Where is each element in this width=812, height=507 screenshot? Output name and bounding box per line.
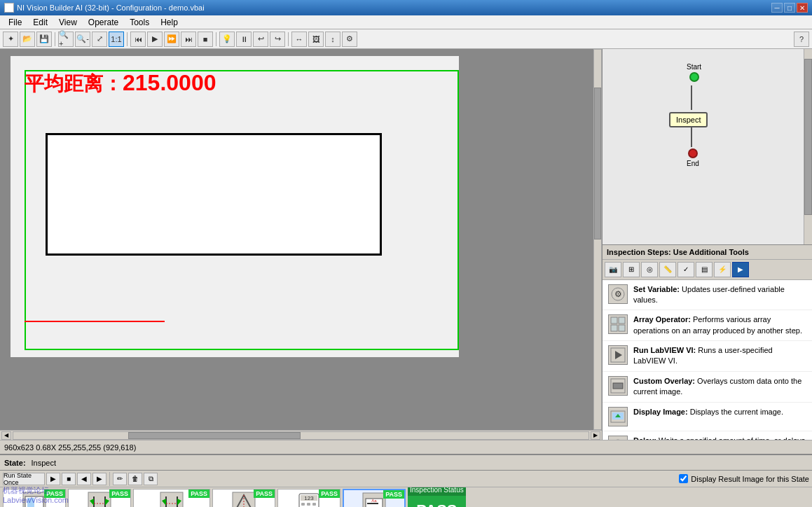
workflow-play-button[interactable]: ▶ <box>46 473 60 485</box>
title-bar: NI NI Vision Builder AI (32-bit) - Confi… <box>0 0 812 15</box>
tools-section: Inspection Steps: Use Additional Tools 📷… <box>603 245 812 440</box>
minimize-button[interactable]: ─ <box>771 3 783 13</box>
display-result-checkbox[interactable] <box>679 474 688 483</box>
v-scroll-thumb[interactable] <box>594 88 601 239</box>
tool-item-display-image[interactable]: Display Image: Displays the current imag… <box>603 403 812 431</box>
scroll-left-button[interactable]: ◀ <box>1 431 11 440</box>
step-find-edge[interactable]: PASS Find Straight Edge 1 Distance = 146… <box>68 489 131 507</box>
menu-bar: File Edit View Operate Tools Help <box>0 15 812 29</box>
zoom-in-button[interactable]: 🔍+ <box>58 32 74 47</box>
svg-text:⚙: ⚙ <box>614 289 622 299</box>
vertical-scrollbar[interactable] <box>593 49 602 430</box>
flip-v-button[interactable]: ↕ <box>325 32 340 47</box>
horizontal-scrollbar[interactable]: ◀ ▶ <box>0 430 602 440</box>
tool-item-run-labview[interactable]: Run LabVIEW VI: Runs a user-specified La… <box>603 341 812 372</box>
menu-help[interactable]: Help <box>155 16 184 29</box>
step-copy-edge[interactable]: PASS Copy of Find Straight Edge 1 Distan… <box>133 489 210 507</box>
separator-1 <box>55 32 55 46</box>
flow-v-scrollbar[interactable] <box>804 49 812 244</box>
flow-diagram-area: Start Inspect End <box>603 49 812 245</box>
tool-item-set-variable[interactable]: ⚙ Set Variable: Updates user-defined var… <box>603 280 812 311</box>
run-state-once-button[interactable]: Run State Once <box>3 473 45 485</box>
undo-button[interactable]: ↩ <box>253 32 268 47</box>
menu-tools[interactable]: Tools <box>124 16 155 29</box>
svg-rect-46 <box>367 503 378 504</box>
step-pass-find-edge: PASS <box>109 489 130 498</box>
stop-button[interactable]: ■ <box>198 32 213 47</box>
pause-button[interactable]: ⏸ <box>236 32 252 47</box>
step-pass-geometry: PASS <box>254 489 275 498</box>
run-once-button[interactable]: ⏭ <box>181 32 196 47</box>
tool-ruler[interactable]: 📏 <box>659 262 676 277</box>
tool-network[interactable]: ⚡ <box>714 262 731 277</box>
close-button[interactable]: ✕ <box>797 3 808 13</box>
workflow-stop-button[interactable]: ■ <box>62 473 76 485</box>
menu-edit[interactable]: Edit <box>27 16 53 29</box>
status-bar: 960x623 0.68X 255,255,255 (929,618) <box>0 440 812 454</box>
separator-3 <box>216 32 216 46</box>
inspection-status-title: Inspection Status <box>408 487 466 496</box>
tools-toolbar: 📷 ⊞ ◎ 📏 ✓ ▤ ⚡ ▶ <box>603 260 812 280</box>
menu-view[interactable]: View <box>53 16 83 29</box>
step-geometry[interactable]: PASS Geometry 1 X position = 73.00 <box>212 489 275 507</box>
step-back-button[interactable]: ▶ <box>147 32 163 47</box>
scroll-right-button[interactable]: ▶ <box>591 431 600 440</box>
new-button[interactable]: ✦ <box>3 32 18 47</box>
h-scroll-thumb[interactable] <box>128 432 301 439</box>
step-calculator[interactable]: PASS 123 Calculator 1 平均距离 = 215 <box>277 489 340 507</box>
flow-node-end: End <box>687 148 699 167</box>
inspection-rect <box>46 133 382 256</box>
help-button[interactable]: ? <box>794 32 809 47</box>
tool-barcode[interactable]: ▤ <box>696 262 713 277</box>
set-variable-desc: Set Variable: Updates user-defined varia… <box>633 284 806 306</box>
zoom-fit-button[interactable]: ⤢ <box>92 32 107 47</box>
tool-target[interactable]: ◎ <box>641 262 658 277</box>
svg-rect-4 <box>611 325 617 331</box>
workflow-edit-button[interactable]: ✏ <box>113 473 127 485</box>
zoom-out-button[interactable]: 🔍- <box>75 32 90 47</box>
step-icon-copy-edge <box>158 491 186 507</box>
step-forward-button[interactable]: ⏩ <box>164 32 179 47</box>
red-measurement-line <box>25 321 165 322</box>
step-read-image[interactable]: PASS Read Image File 1 新建仿真图像 bmp <box>3 489 66 507</box>
menu-operate[interactable]: Operate <box>83 16 124 29</box>
step-start-button[interactable]: ⏮ <box>130 32 146 47</box>
step-pass-read-image: PASS <box>44 489 65 498</box>
step-custom-overlay[interactable]: PASS Aa Custom Overlay 1 <box>343 489 406 507</box>
flow-scroll-thumb[interactable] <box>804 59 812 215</box>
svg-rect-39 <box>307 503 310 506</box>
tool-item-custom-overlay[interactable]: Custom Overlay: Overlays custom data ont… <box>603 372 812 403</box>
workflow-delete-button[interactable]: 🗑 <box>128 473 142 485</box>
tool-grid[interactable]: ⊞ <box>623 262 640 277</box>
display-result-label: Display Result Image for this State <box>691 475 809 483</box>
workflow-copy-button[interactable]: ⧉ <box>144 473 158 485</box>
chinese-label: 平均距离： <box>25 73 123 95</box>
separator-2 <box>127 32 128 46</box>
menu-file[interactable]: File <box>3 16 27 29</box>
canvas-bg[interactable]: 平均距离：215.0000 <box>0 49 593 430</box>
workflow-next-button[interactable]: ▶ <box>92 473 106 485</box>
tool-check[interactable]: ✓ <box>677 262 694 277</box>
svg-text:Aa: Aa <box>371 499 377 503</box>
tool-item-delay[interactable]: Delay: Waits a specified amount of time,… <box>603 431 812 440</box>
workflow-prev-button[interactable]: ◀ <box>77 473 91 485</box>
save-button[interactable]: 💾 <box>36 32 52 47</box>
settings-button[interactable]: ⚙ <box>342 32 357 47</box>
tool-camera[interactable]: 📷 <box>605 262 621 277</box>
tool-item-array-operator[interactable]: Array Operator: Performs various array o… <box>603 310 812 341</box>
maximize-button[interactable]: □ <box>784 3 795 13</box>
state-label: State: <box>4 459 26 467</box>
h-scroll-track[interactable] <box>13 431 589 440</box>
end-label: End <box>687 160 699 167</box>
zoom-actual-button[interactable]: 1:1 <box>109 32 124 47</box>
flip-h-button[interactable]: ↔ <box>291 32 307 47</box>
open-button[interactable]: 📂 <box>20 32 35 47</box>
tool-arrow-right[interactable]: ▶ <box>732 262 749 277</box>
image-button[interactable]: 🖼 <box>308 32 324 47</box>
svg-rect-18 <box>27 498 34 507</box>
svg-rect-38 <box>301 503 305 506</box>
inspect-box[interactable]: Inspect <box>669 112 708 127</box>
redo-button[interactable]: ↪ <box>270 32 285 47</box>
svg-rect-26 <box>160 492 183 507</box>
light-button[interactable]: 💡 <box>219 32 235 47</box>
